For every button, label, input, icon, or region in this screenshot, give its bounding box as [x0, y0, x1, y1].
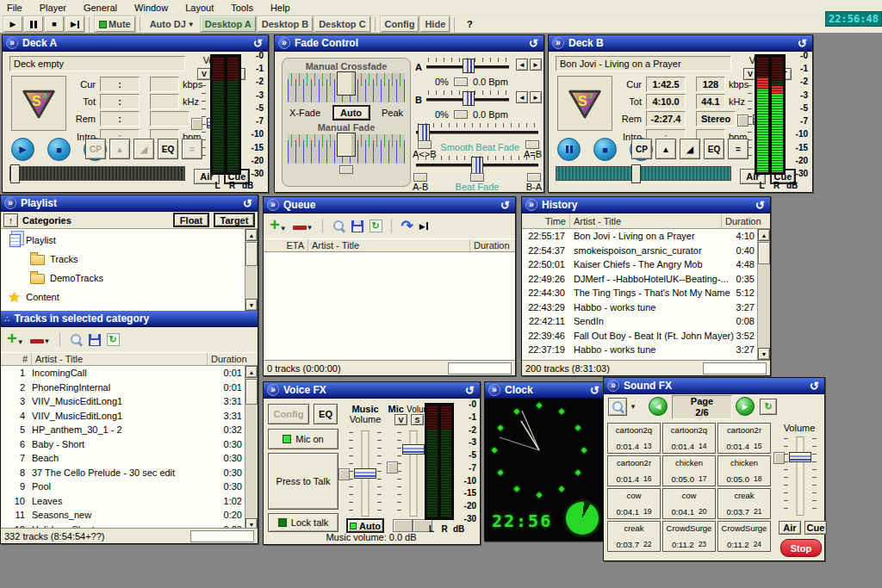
pitch-b-handle[interactable] [463, 91, 475, 106]
scroll-up-arrow[interactable]: ▲ [758, 229, 770, 241]
position-handle[interactable] [631, 164, 641, 183]
sound-pad-button[interactable]: cow 0:04.1 20 [662, 488, 716, 519]
play-next-icon[interactable]: ▶ [419, 222, 428, 231]
a-equals-b-button[interactable] [525, 140, 539, 149]
help-button[interactable]: ? [460, 16, 479, 32]
deck-pause-button[interactable] [557, 138, 581, 161]
history-scrollbar[interactable]: ▲ ▼ [757, 229, 770, 360]
column-time[interactable]: Time [522, 214, 570, 228]
pitch-a-handle[interactable] [463, 59, 475, 73]
refresh-sounds-button[interactable]: ↻ [760, 399, 777, 415]
pause-button[interactable] [24, 16, 43, 32]
remove-track-button[interactable]: ▼ [30, 335, 51, 345]
cp-button[interactable]: CP [85, 139, 106, 159]
scroll-up-arrow[interactable]: ▲ [245, 229, 258, 241]
history-row[interactable]: 22:54:37 smokeispoison_arsnic_curator 0:… [522, 244, 770, 258]
menu-item[interactable]: Help [270, 3, 290, 13]
track-row[interactable]: 8 37 The Cello Prelude - 30 sec edit 0:3… [1, 466, 258, 480]
track-row[interactable]: 9 Pool 0:30 [1, 480, 258, 494]
history-row[interactable]: 22:55:17 Bon Jovi - Living on a Prayer 4… [522, 229, 770, 244]
history-row[interactable]: 22:44:30 The Ting Tings - That's Not My … [522, 286, 770, 300]
tree-item-content[interactable]: ★Content [8, 289, 59, 305]
rollup-icon[interactable]: ↺ [527, 37, 540, 50]
menu-item[interactable]: General [84, 3, 117, 13]
sound-pad-button[interactable]: cartoon2r 0:01.4 16 [607, 455, 661, 486]
track-row[interactable]: 4 VIIV_MusicEditLong1 3:31 [1, 409, 258, 424]
rollup-icon[interactable]: ↺ [499, 199, 512, 212]
column-eta[interactable]: ETA [264, 239, 308, 251]
auto-dj-dropdown[interactable]: Auto DJ▼ [146, 16, 199, 32]
search-icon[interactable] [70, 333, 83, 346]
history-row[interactable]: 22:42:11 SendIn 0:08 [522, 314, 770, 329]
scroll-down-arrow[interactable]: ▼ [758, 348, 770, 360]
cp-button[interactable]: CP [631, 139, 652, 159]
sound-pad-button[interactable]: cartoon2q 0:01.4 14 [662, 423, 716, 454]
fx-volume-lock-box[interactable] [773, 452, 785, 464]
eq-button[interactable]: EQ [158, 139, 178, 159]
add-track-button[interactable]: +▼ [7, 333, 24, 346]
pitch-b-reset-button[interactable] [454, 110, 468, 119]
tree-item-tracks[interactable]: Tracks [30, 251, 78, 267]
column-num[interactable]: # [1, 353, 32, 365]
track-row[interactable]: 3 VIIV_MusicEditLong1 3:31 [1, 394, 258, 409]
deck-play-button[interactable]: ▶ [11, 138, 34, 161]
collapse-icon[interactable]: » [6, 37, 18, 49]
track-row[interactable]: 5 HP_anthem_30_1 - 2 0:32 [1, 423, 258, 437]
eq-button[interactable]: EQ [704, 139, 724, 159]
auto-music-button[interactable]: Auto [346, 518, 384, 533]
column-duration[interactable]: Duration [208, 353, 258, 365]
float-button[interactable]: Float [173, 213, 209, 227]
mic-on-button[interactable]: Mic on [268, 429, 339, 449]
menu-item[interactable]: Tools [231, 3, 253, 13]
deck-a-position-bar[interactable] [9, 166, 185, 181]
rollup-icon[interactable]: ↺ [463, 384, 476, 397]
tree-item-demotracks[interactable]: DemoTracks [30, 270, 103, 286]
refresh-icon[interactable]: ↻ [107, 333, 120, 346]
crossfade-graph[interactable] [288, 73, 405, 102]
tree-item-playlist[interactable]: Playlist [9, 232, 56, 248]
sound-pad-button[interactable]: creak 0:03.7 21 [717, 488, 771, 519]
find-sound-button[interactable] [608, 398, 627, 416]
music-volume-slider[interactable] [346, 430, 384, 517]
fx-volume-handle[interactable] [789, 452, 811, 462]
sound-pad-button[interactable]: cartoon2q 0:01.4 13 [607, 423, 661, 454]
deck-b-position-bar[interactable] [556, 166, 731, 181]
history-row[interactable]: 22:37:19 Habbo - works tune 3:27 [522, 343, 770, 357]
music-volume-handle[interactable] [354, 468, 376, 479]
eject-button[interactable]: ▲ [109, 139, 130, 159]
tab-desktop-a[interactable]: Desktop A [201, 16, 256, 32]
rollup-icon[interactable]: ↺ [796, 37, 809, 50]
sound-pad-button[interactable]: cartoon2r 0:01.4 15 [717, 423, 771, 454]
collapse-icon[interactable]: » [488, 384, 500, 396]
collapse-icon[interactable]: » [525, 199, 537, 211]
rollup-icon[interactable]: ↺ [808, 380, 821, 393]
fade-out-button[interactable]: ◢ [134, 139, 154, 159]
sound-pad-button[interactable]: creak 0:03.7 22 [607, 521, 661, 552]
remove-from-queue-button[interactable]: ▼ [293, 221, 314, 232]
crossfade-handle[interactable] [337, 71, 356, 96]
track-row[interactable]: 10 Leaves 1:02 [1, 494, 258, 509]
add-to-queue-button[interactable]: +▼ [270, 220, 287, 232]
track-row[interactable]: 2 PhoneRingInternal 0:01 [1, 381, 258, 395]
pitch-a-reset-button[interactable] [454, 77, 468, 86]
sound-pad-button[interactable]: cow 0:04.1 19 [607, 488, 661, 519]
fx-cue-button[interactable]: Cue [804, 521, 827, 535]
sound-pad-button[interactable]: CrowdSurge 0:11.2 24 [717, 521, 771, 552]
requeue-icon[interactable]: ↷ [401, 217, 413, 235]
track-row[interactable]: 7 Beach 0:30 [1, 451, 258, 466]
refresh-icon[interactable]: ↻ [370, 220, 382, 232]
smooth-beat-fade-slider[interactable] [416, 123, 538, 139]
column-duration[interactable]: Duration [470, 239, 515, 251]
lock-talk-button[interactable]: Lock talk [268, 513, 339, 532]
scroll-down-arrow[interactable]: ▼ [245, 299, 258, 311]
page-previous-button[interactable]: ◄ [649, 397, 668, 416]
mic-v-button[interactable]: V [394, 414, 407, 425]
target-button[interactable]: Target [214, 213, 255, 227]
mic-s-button[interactable]: S [411, 414, 424, 425]
next-button[interactable]: ▶ [65, 16, 84, 32]
collapse-icon[interactable]: » [607, 380, 619, 392]
fade-graph[interactable] [288, 134, 405, 164]
fx-volume-slider[interactable] [781, 436, 819, 516]
ab-swap-button[interactable] [418, 140, 432, 149]
scroll-thumb[interactable] [758, 242, 770, 264]
